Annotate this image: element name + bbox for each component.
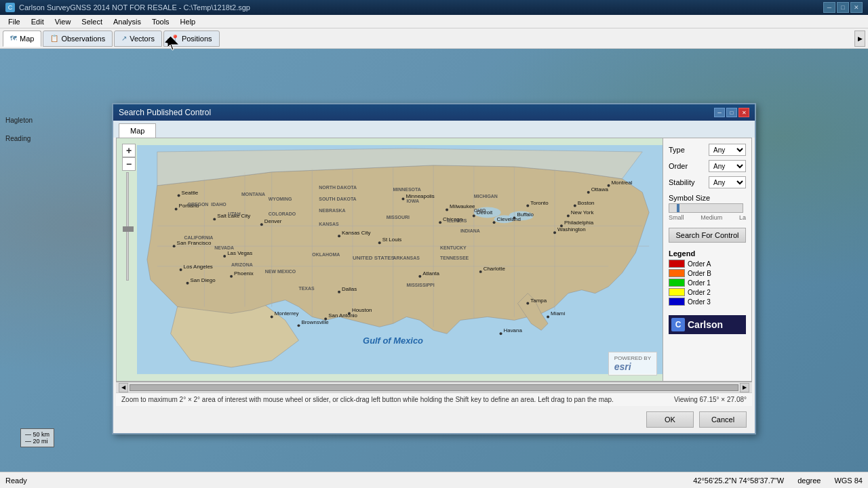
svg-text:Philadelphia: Philadelphia — [564, 220, 594, 226]
order-filter-row: Order Any — [669, 160, 746, 172]
svg-text:UNITED STATES: UNITED STATES — [353, 255, 395, 261]
svg-text:TENNESSEE: TENNESSEE — [440, 256, 469, 260]
svg-text:Tampa: Tampa — [530, 298, 547, 304]
svg-text:Washington: Washington — [557, 226, 586, 232]
powered-by-label: POWERED BY — [614, 355, 651, 361]
legend-row-order-1: Order 1 — [669, 279, 746, 287]
svg-point-84 — [500, 332, 502, 335]
menu-analysis[interactable]: Analysis — [108, 16, 146, 27]
carlson-logo-letter: C — [671, 318, 685, 331]
ok-button[interactable]: OK — [646, 411, 694, 428]
svg-text:KENTUCKY: KENTUCKY — [440, 245, 467, 250]
tab-map[interactable]: 🗺 Map — [3, 30, 41, 47]
tab-positions[interactable]: 📍 Positions — [163, 30, 220, 47]
menu-tools[interactable]: Tools — [146, 16, 175, 27]
legend-color-order-1 — [669, 279, 685, 287]
menu-file[interactable]: File — [3, 16, 26, 27]
svg-text:Denver: Denver — [264, 218, 282, 224]
svg-text:NEVADA: NEVADA — [214, 245, 234, 250]
menu-select[interactable]: Select — [76, 16, 108, 27]
svg-text:Gulf of Mexico: Gulf of Mexico — [363, 336, 423, 346]
legend-row-order-3: Order 3 — [669, 298, 746, 306]
slider-min-label: Small — [669, 214, 684, 221]
symbol-size-slider[interactable] — [669, 203, 743, 213]
cancel-button[interactable]: Cancel — [699, 411, 747, 428]
svg-text:OHIO: OHIO — [474, 208, 486, 213]
order-filter-select[interactable]: Any — [709, 160, 746, 172]
scroll-thumb[interactable] — [130, 384, 738, 391]
zoom-out-button[interactable]: − — [122, 157, 136, 171]
svg-text:San Diego: San Diego — [190, 277, 216, 283]
svg-point-80 — [271, 315, 273, 318]
tab-observations-label: Observations — [61, 35, 105, 43]
tab-observations[interactable]: 📋 Observations — [43, 30, 113, 47]
svg-text:Havana: Havana — [504, 327, 523, 333]
svg-text:MONTANA: MONTANA — [241, 192, 265, 197]
vectors-tab-icon: ↗ — [121, 35, 127, 42]
menu-help[interactable]: Help — [175, 16, 201, 27]
status-ready: Ready — [5, 476, 27, 485]
svg-point-72 — [418, 275, 421, 278]
esri-watermark: POWERED BY esri — [608, 352, 657, 375]
svg-point-42 — [473, 214, 475, 217]
svg-point-32 — [213, 218, 216, 220]
svg-text:OREGON: OREGON — [188, 202, 209, 207]
symbol-slider-thumb[interactable] — [677, 204, 679, 212]
zoom-in-button[interactable]: + — [122, 144, 136, 157]
svg-text:UTAH: UTAH — [228, 211, 241, 216]
us-map-svg-area: Gulf of Mexico — [137, 138, 663, 381]
stability-filter-row: Stability Any — [669, 176, 746, 188]
zoom-slider-thumb[interactable] — [123, 226, 134, 232]
tab-vectors[interactable]: ↗ Vectors — [114, 30, 162, 47]
dialog-scroll-bar: ◀ ▶ — [116, 382, 752, 392]
svg-text:ARKANSAS: ARKANSAS — [393, 256, 420, 260]
window-controls: ─ □ ✕ — [823, 2, 863, 13]
svg-text:Montreal: Montreal — [611, 180, 632, 186]
dialog-map-panel[interactable]: + − — [117, 138, 663, 381]
svg-text:Charlotte: Charlotte — [484, 266, 506, 272]
dialog-body: + − — [116, 138, 752, 382]
legend-label-order-b: Order B — [688, 270, 711, 277]
svg-point-18 — [178, 195, 180, 197]
status-coords: 42°56'25.2"N 74°58'37.7"W — [693, 476, 784, 485]
scroll-left-button[interactable]: ◀ — [119, 383, 128, 392]
search-for-control-button[interactable]: Search For Control — [669, 228, 746, 243]
close-button[interactable]: ✕ — [850, 2, 863, 13]
main-map-area: Hagleton Reading — 50 km — 20 mi Search … — [0, 49, 868, 488]
svg-text:Miami: Miami — [551, 310, 565, 317]
svg-text:COLORADO: COLORADO — [269, 211, 296, 216]
menu-edit[interactable]: Edit — [26, 16, 50, 27]
order-filter-label: Order — [669, 162, 699, 170]
legend-label-order-2: Order 2 — [688, 289, 711, 296]
map-hint-text: Zoom to maximum 2° × 2° area of interest… — [121, 396, 614, 403]
dialog-maximize-button[interactable]: □ — [726, 108, 737, 117]
svg-text:Los Angeles: Los Angeles — [184, 264, 213, 270]
legend-title: Legend — [669, 249, 746, 258]
dialog-close-button[interactable]: ✕ — [738, 108, 749, 117]
legend-color-order-b — [669, 269, 685, 277]
dialog-title-bar: Search Published Control ─ □ ✕ — [113, 104, 755, 121]
svg-text:St Louis: St Louis — [382, 237, 402, 243]
stability-filter-select[interactable]: Any — [709, 176, 746, 188]
menu-view[interactable]: View — [50, 16, 77, 27]
toolbar-scroll-right[interactable]: ▶ — [854, 30, 865, 47]
legend-color-order-a — [669, 260, 685, 268]
svg-text:Phoenix: Phoenix — [234, 270, 254, 277]
filter-panel: Type Any Order Any Stability — [663, 138, 751, 381]
zoom-slider[interactable] — [126, 172, 129, 308]
svg-point-34 — [260, 223, 263, 226]
scroll-right-button[interactable]: ▶ — [740, 383, 749, 392]
map-tab-icon: 🗺 — [10, 35, 17, 42]
maximize-button[interactable]: □ — [837, 2, 849, 13]
svg-text:Buffalo: Buffalo — [517, 211, 534, 218]
svg-text:CALIFORNIA: CALIFORNIA — [184, 235, 214, 240]
svg-text:NEW MEXICO: NEW MEXICO — [265, 269, 296, 274]
minimize-button[interactable]: ─ — [823, 2, 835, 13]
dialog-buttons: OK Cancel — [113, 406, 755, 433]
dialog-tab-map[interactable]: Map — [119, 123, 156, 138]
carlson-logo-name: Carlson — [688, 319, 723, 330]
svg-point-46 — [513, 216, 515, 219]
type-filter-select[interactable]: Any — [709, 144, 746, 156]
svg-point-50 — [567, 214, 570, 217]
dialog-minimize-button[interactable]: ─ — [714, 108, 725, 117]
